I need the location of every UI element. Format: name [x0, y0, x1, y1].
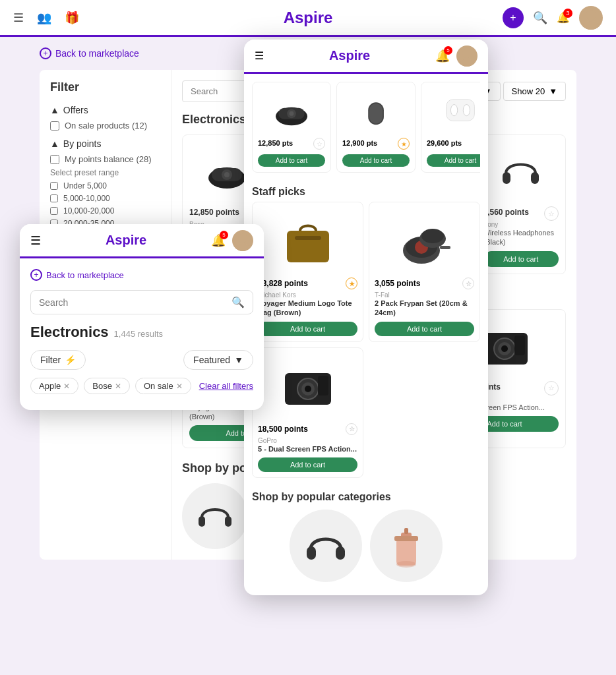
mob2-product-3: 29,600 pts ☆ Add to cart	[421, 82, 480, 173]
add-to-cart-btn-4[interactable]: Add to cart	[483, 251, 559, 267]
mob2-staff-cart-cam[interactable]: Add to cart	[258, 457, 357, 472]
filter-tag-bose-remove[interactable]: ✕	[115, 382, 121, 391]
chevron-down-icon-2: ▼	[549, 86, 557, 96]
on-sale-checkbox[interactable]	[50, 121, 59, 131]
notification-bell[interactable]: 🔔 3	[557, 11, 570, 24]
mob-search-bar[interactable]: 🔍	[30, 290, 253, 314]
mob2-menu-icon[interactable]: ☰	[255, 49, 264, 62]
avatar[interactable]	[579, 6, 603, 30]
mob2-fav-1[interactable]: ☆	[313, 138, 325, 150]
back-link-label: Back to marketplace	[55, 48, 139, 59]
mob-nav-right: 🔔 5	[211, 230, 253, 251]
mobile-nav: ☰ Aspire 🔔 5	[20, 224, 264, 258]
preset-10-20k-label: 10,000-20,000	[63, 206, 114, 216]
mob-menu-icon[interactable]: ☰	[30, 233, 41, 248]
on-sale-option[interactable]: On sale products (12)	[50, 121, 160, 131]
mob2-fav-2[interactable]: ★	[398, 138, 410, 150]
my-points-label: My points balance (28)	[65, 154, 152, 164]
chevron-down-icon-mob: ▼	[234, 355, 243, 365]
section-title: Electronics	[182, 113, 246, 127]
filter-tag-apple-remove[interactable]: ✕	[63, 382, 70, 391]
staff-fav-cam[interactable]: ☆	[544, 381, 559, 396]
preset-5-10k-checkbox[interactable]	[50, 194, 58, 202]
mob-sort-label: Featured	[193, 355, 230, 365]
svg-point-41	[290, 111, 294, 116]
preset-under5k[interactable]: Under 5,000	[50, 181, 160, 191]
mob2-staff-img-pan	[375, 208, 474, 274]
menu-icon[interactable]: ☰	[13, 11, 24, 25]
filter-tag-onsale-remove[interactable]: ✕	[176, 382, 183, 391]
offers-header[interactable]: ▲ Offers	[50, 105, 160, 115]
mob2-staff-brand-cam: GoPro	[258, 437, 357, 444]
product-points-1: 12,850 points	[189, 208, 239, 217]
clear-all-btn[interactable]: Clear all filters	[199, 381, 253, 391]
filter-tag-onsale-label: On sale	[144, 381, 173, 391]
mob2-cat-row	[252, 510, 480, 582]
mob2-notif-bell[interactable]: 🔔 5	[435, 49, 450, 63]
svg-point-36	[462, 49, 472, 58]
mob2-star-row-1: 12,850 pts ☆	[258, 138, 325, 150]
mob2-staff-fav-pan[interactable]: ☆	[462, 278, 474, 289]
mob-back-icon: +	[30, 269, 42, 281]
mob2-star-row-3: 29,600 pts ☆	[427, 138, 480, 150]
mob2-avatar[interactable]	[456, 45, 477, 67]
chevron-up-icon-2: ▲	[50, 138, 59, 149]
product-points-4: 6,560 points	[483, 208, 529, 217]
mob-search-input[interactable]	[39, 297, 226, 308]
my-points-option[interactable]: My points balance (28)	[50, 154, 160, 164]
mob2-cart-1[interactable]: Add to cart	[258, 154, 325, 167]
favorite-btn-4[interactable]: ☆	[544, 206, 559, 221]
mob-filter-row: Filter ⚡ Featured ▼	[30, 350, 253, 370]
product-image-headphones	[483, 142, 559, 201]
svg-rect-62	[307, 546, 316, 560]
preset-under5k-label: Under 5,000	[63, 181, 107, 191]
svg-rect-66	[404, 528, 408, 534]
product-brand-4: Sony	[483, 221, 559, 228]
search-icon[interactable]: 🔍	[533, 11, 547, 25]
mob-sort-btn[interactable]: Featured ▼	[183, 350, 253, 370]
mob2-staff-fav-bag[interactable]: ★	[346, 278, 357, 289]
svg-rect-49	[287, 231, 329, 262]
mob2-staff-fav-cam[interactable]: ☆	[346, 423, 357, 435]
svg-rect-43	[369, 103, 382, 123]
mob2-notif-count: 5	[444, 46, 452, 55]
preset-10-20k[interactable]: 10,000-20,000	[50, 206, 160, 216]
mob2-staff-bag: 23,828 points ★ Michael Kors Voyager Med…	[252, 202, 363, 342]
show-count-btn[interactable]: Show 20 ▼	[503, 82, 566, 101]
mob-back-link[interactable]: + Back to marketplace	[30, 269, 253, 281]
mob-avatar[interactable]	[232, 230, 253, 251]
mob2-staff-brand-bag: Michael Kors	[258, 291, 357, 299]
mob2-cat-perfume[interactable]	[370, 510, 443, 582]
mob2-cart-2[interactable]: Add to cart	[342, 154, 410, 167]
filter-tag-apple[interactable]: Apple ✕	[30, 378, 78, 394]
filter-tag-bose[interactable]: Bose ✕	[84, 378, 130, 394]
preset-5-10k[interactable]: 5,000-10,000	[50, 194, 160, 203]
by-points-header[interactable]: ▲ By points	[50, 138, 160, 149]
category-headphones[interactable]	[182, 483, 248, 549]
mob-filter-btn[interactable]: Filter ⚡	[30, 350, 86, 370]
mob2-cat-headphones[interactable]	[290, 510, 362, 582]
mob2-staff-cart-pan[interactable]: Add to cart	[375, 322, 474, 336]
gift-icon[interactable]: 🎁	[65, 11, 79, 25]
mobile-filter-overlay: ☰ Aspire 🔔 5 + Back to marketplace 🔍 Ele…	[20, 224, 264, 410]
svg-point-69	[238, 233, 247, 243]
preset-10-20k-checkbox[interactable]	[50, 207, 58, 215]
filter-tag-onsale[interactable]: On sale ✕	[135, 378, 191, 394]
mob2-content: 12,850 pts ☆ Add to cart 12,900 pts ★ Ad…	[244, 74, 488, 595]
mob2-cart-3[interactable]: Add to cart	[427, 154, 480, 167]
mob2-products-scroll: 12,850 pts ☆ Add to cart 12,900 pts ★ Ad…	[252, 74, 480, 181]
mob2-img-1	[258, 88, 325, 134]
mob2-staff-name-cam: 5 - Dual Screen FPS Action...	[258, 444, 357, 454]
users-icon[interactable]: 👥	[37, 11, 51, 25]
add-button[interactable]: +	[503, 7, 524, 28]
mob2-logo: Aspire	[329, 48, 370, 63]
mob2-points-2: 12,900 pts	[342, 139, 377, 147]
my-points-checkbox[interactable]	[50, 155, 59, 164]
mob-logo: Aspire	[106, 233, 146, 248]
mob2-points-3: 29,600 pts	[427, 139, 462, 147]
svg-point-68	[396, 561, 416, 568]
preset-under5k-checkbox[interactable]	[50, 182, 58, 190]
mob2-staff-cart-bag[interactable]: Add to cart	[258, 322, 357, 336]
svg-rect-28	[514, 336, 525, 355]
mob-notif-bell[interactable]: 🔔 5	[211, 233, 226, 248]
